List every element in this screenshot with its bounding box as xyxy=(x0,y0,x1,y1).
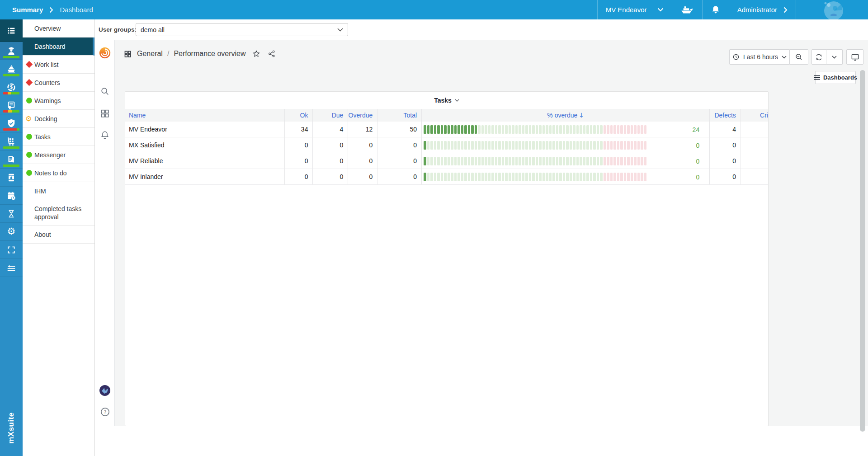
dashboard-folder[interactable]: General xyxy=(137,50,163,58)
panel-title[interactable]: Tasks xyxy=(125,92,768,109)
mxsuite-vertical-logo: mXsuite xyxy=(7,410,16,446)
documents-icon xyxy=(6,155,16,165)
rail-item-history[interactable] xyxy=(0,205,23,223)
pct-overdue-value: 0 xyxy=(696,137,699,153)
ship-icon xyxy=(6,64,16,74)
dashboard-breadcrumb: General / Performance overview xyxy=(124,50,276,58)
user-groups-select[interactable]: demo all xyxy=(136,23,348,36)
chevron-down-icon xyxy=(455,99,459,102)
notifications-button[interactable] xyxy=(702,0,729,19)
kiosk-mode-button[interactable] xyxy=(846,49,863,65)
search-icon[interactable] xyxy=(95,86,115,96)
svg-text:$: $ xyxy=(10,85,13,89)
sidebar-item-overview[interactable]: Overview xyxy=(23,19,94,38)
overdue-bar-gauge xyxy=(424,157,646,165)
breadcrumb: Summary Dashboard xyxy=(0,0,597,19)
column-header-total[interactable]: Total xyxy=(377,109,422,122)
column-header-defects[interactable]: Defects xyxy=(710,109,741,122)
refresh-interval-dropdown[interactable] xyxy=(826,49,843,65)
chevron-right-icon xyxy=(49,7,53,13)
rail-item-purchase[interactable] xyxy=(0,132,23,150)
help-icon[interactable]: ? xyxy=(95,407,115,417)
vertical-scrollbar-thumb[interactable] xyxy=(860,70,865,432)
pct-overdue-value: 24 xyxy=(693,122,700,137)
breadcrumb-section[interactable]: Summary xyxy=(12,6,43,14)
time-range-picker[interactable]: Last 6 hours xyxy=(729,49,790,65)
refresh-controls-group xyxy=(811,49,843,65)
sidebar-item-messenger[interactable]: Messenger xyxy=(23,146,94,164)
sidebar-item-tasks[interactable]: Tasks xyxy=(23,128,94,146)
fleet-ship-button[interactable] xyxy=(672,0,702,19)
sidebar-item-about[interactable]: About xyxy=(23,226,94,244)
table-row[interactable]: MX Satisfied 0 0 0 0 0 0 xyxy=(125,137,768,153)
rail-item-vessel[interactable] xyxy=(0,60,23,78)
rail-item-planning[interactable] xyxy=(0,187,23,205)
chevron-right-icon xyxy=(783,7,788,13)
orange-gear-icon: ⚙ xyxy=(25,115,32,122)
main-content: User groups: demo all xyxy=(95,19,868,456)
user-groups-label: User groups: xyxy=(99,26,137,33)
zoom-out-button[interactable] xyxy=(790,49,808,65)
column-header-overdue[interactable]: Overdue xyxy=(348,109,377,122)
dollar-coin-icon: $ xyxy=(6,82,16,92)
user-avatar[interactable] xyxy=(95,385,115,396)
dashboards-grid-icon[interactable] xyxy=(95,108,115,118)
grafana-dashboard-area: ? General / Performance overview xyxy=(95,40,868,426)
sidebar-item-notes-to-do[interactable]: Notes to do xyxy=(23,164,94,182)
rail-item-settings[interactable]: ⚙ xyxy=(0,223,23,241)
top-bar: Summary Dashboard MV Endeavor xyxy=(0,0,868,19)
alerting-bell-icon[interactable] xyxy=(95,130,115,140)
overdue-bar-gauge xyxy=(424,125,646,134)
chevron-down-icon xyxy=(337,28,343,32)
table-row[interactable]: MV Reliable 0 0 0 0 0 0 xyxy=(125,153,768,169)
rail-item-certificates[interactable] xyxy=(0,96,23,114)
column-header-name[interactable]: Name xyxy=(125,109,285,122)
column-header-due[interactable]: Due xyxy=(313,109,348,122)
clock-icon xyxy=(732,53,740,61)
sidebar-item-completed-tasks-approval[interactable]: Completed tasks approval xyxy=(23,200,94,226)
column-header-criticality[interactable]: Cri xyxy=(741,109,768,122)
dashboard-title[interactable]: Performance overview xyxy=(174,50,245,58)
rail-item-documents[interactable] xyxy=(0,150,23,169)
dashboards-button[interactable]: Dashboards xyxy=(815,71,856,84)
table-row[interactable]: MV Inlander 0 0 0 0 0 0 xyxy=(125,169,768,185)
rail-item-menu[interactable] xyxy=(0,19,23,42)
calendar-clock-icon xyxy=(6,191,16,201)
rail-item-crew[interactable] xyxy=(0,42,23,60)
user-groups-value: demo all xyxy=(141,26,165,33)
rail-item-oil[interactable] xyxy=(0,169,23,187)
sidebar-item-warnings[interactable]: Warnings xyxy=(23,92,94,110)
column-header-pct-overdue[interactable]: % overdue ↓ xyxy=(422,109,710,122)
user-menu[interactable]: Administrator xyxy=(729,0,796,19)
sidebar-item-ihm[interactable]: IHM xyxy=(23,182,94,200)
sidebar-item-dashboard[interactable]: Dashboard xyxy=(23,38,94,56)
rail-item-finance[interactable]: $ xyxy=(0,78,23,96)
column-header-ok[interactable]: Ok xyxy=(285,109,313,122)
sidebar-item-work-list[interactable]: Work list xyxy=(23,56,94,74)
user-groups-row: User groups: demo all xyxy=(95,19,868,40)
status-underline xyxy=(3,146,19,149)
sidebar-item-counters[interactable]: Counters xyxy=(23,74,94,92)
green-circle-icon xyxy=(26,152,32,158)
status-underline xyxy=(3,128,19,131)
rail-item-collapse[interactable] xyxy=(0,259,23,277)
green-circle-icon xyxy=(26,170,32,176)
overdue-bar-gauge xyxy=(424,173,646,181)
vessel-name: MV Endeavor xyxy=(606,6,647,14)
grid-icon xyxy=(124,50,132,58)
vessel-selector[interactable]: MV Endeavor xyxy=(597,0,672,19)
user-name: Administrator xyxy=(737,6,777,14)
grafana-logo[interactable] xyxy=(95,46,115,60)
share-icon[interactable] xyxy=(268,50,276,58)
refresh-button[interactable] xyxy=(811,49,826,65)
rail-item-fullscreen[interactable] xyxy=(0,241,23,259)
star-icon[interactable] xyxy=(252,50,260,58)
sidebar-item-docking[interactable]: ⚙ Docking xyxy=(23,110,94,128)
rail-item-safety[interactable] xyxy=(0,114,23,132)
oil-barrel-icon xyxy=(6,173,16,183)
table-row[interactable]: MV Endeavor 34 4 12 50 24 4 xyxy=(125,122,768,137)
shopping-cart-icon xyxy=(6,136,16,146)
pct-overdue-value: 0 xyxy=(696,153,699,169)
gear-icon: ⚙ xyxy=(7,227,16,236)
ship-icon xyxy=(680,5,694,14)
